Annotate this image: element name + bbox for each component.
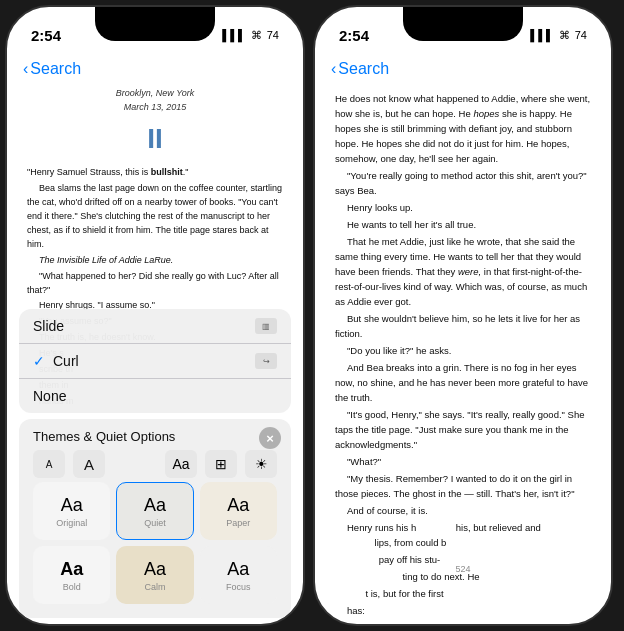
theme-focus[interactable]: Aa Focus xyxy=(200,546,277,604)
rp-10: "What?" xyxy=(335,454,591,469)
aa-controls-row: A A Aa ⊞ ☀ xyxy=(33,450,277,478)
curl-label: Curl xyxy=(53,353,255,369)
book-location: Brooklyn, New YorkMarch 13, 2015 xyxy=(27,87,283,114)
themes-panel: Themes & Quiet Options × A A Aa xyxy=(19,419,291,618)
rp-13: Henry runs his h his, but relieved and l… xyxy=(335,520,591,550)
themes-grid: Aa Original Aa Quiet Aa Paper Aa Bold xyxy=(33,482,277,604)
rp-3: Henry looks up. xyxy=(335,200,591,215)
slide-icon: ▥ xyxy=(255,318,277,334)
curl-icon: ↪ xyxy=(255,353,277,369)
nav-bar-left: ‹ Search xyxy=(7,51,303,87)
para-2: Bea slams the last page down on the coff… xyxy=(27,182,283,252)
check-icon: ✓ xyxy=(33,353,45,369)
theme-bold[interactable]: Aa Bold xyxy=(33,546,110,604)
time-left: 2:54 xyxy=(31,27,61,44)
slide-label: Slide xyxy=(33,318,64,334)
theme-paper-label: Aa xyxy=(227,495,249,516)
transition-none[interactable]: None xyxy=(19,379,291,413)
theme-quiet-name: Quiet xyxy=(144,518,166,528)
theme-calm[interactable]: Aa Calm xyxy=(116,546,193,604)
theme-original[interactable]: Aa Original xyxy=(33,482,110,540)
brightness-icon: ☀ xyxy=(255,456,268,472)
para-1: "Henry Samuel Strauss, this is bullshit.… xyxy=(27,166,283,180)
none-label: None xyxy=(33,388,66,404)
nav-bar-right: ‹ Search xyxy=(315,51,611,87)
rp-16: t is, but for the first xyxy=(335,586,591,601)
transition-curl[interactable]: ✓ Curl ↪ xyxy=(19,344,291,379)
rp-1: He does not know what happened to Addie,… xyxy=(335,91,591,166)
transition-menu: Slide ▥ ✓ Curl ↪ None xyxy=(19,309,291,413)
theme-original-label: Aa xyxy=(61,495,83,516)
rp-2: "You're really going to method actor thi… xyxy=(335,168,591,198)
theme-quiet-label: Aa xyxy=(144,495,166,516)
rp-4: He wants to tell her it's all true. xyxy=(335,217,591,232)
theme-paper-name: Paper xyxy=(226,518,250,528)
theme-focus-label: Aa xyxy=(227,559,249,580)
decrease-font-button[interactable]: A xyxy=(33,450,65,478)
theme-quiet[interactable]: Aa Quiet xyxy=(116,482,193,540)
notch-right xyxy=(403,7,523,41)
battery-left: 74 xyxy=(267,29,279,41)
font-icon-button[interactable]: Aa xyxy=(165,450,197,478)
time-right: 2:54 xyxy=(339,27,369,44)
layout-icon-button[interactable]: ⊞ xyxy=(205,450,237,478)
rp-17: has: xyxy=(335,603,591,618)
themes-header: Themes & Quiet Options xyxy=(33,429,277,444)
theme-calm-label: Aa xyxy=(144,559,166,580)
notch xyxy=(95,7,215,41)
battery-right: 74 xyxy=(575,29,587,41)
theme-focus-name: Focus xyxy=(226,582,251,592)
theme-calm-name: Calm xyxy=(144,582,165,592)
page-number-right: 524 xyxy=(315,564,611,574)
theme-paper[interactable]: Aa Paper xyxy=(200,482,277,540)
brightness-icon-button[interactable]: ☀ xyxy=(245,450,277,478)
rp-18: sim, nd he's seen so little of it xyxy=(335,620,591,626)
rp-5: That he met Addie, just like he wrote, t… xyxy=(335,234,591,309)
theme-original-name: Original xyxy=(56,518,87,528)
chapter-number: II xyxy=(27,118,283,160)
transition-slide[interactable]: Slide ▥ xyxy=(19,309,291,344)
layout-icon: ⊞ xyxy=(215,456,227,472)
para-3: The Invisible Life of Addie LaRue. xyxy=(27,254,283,268)
para-4: "What happened to her? Did she really go… xyxy=(27,270,283,298)
chevron-left-icon: ‹ xyxy=(23,60,28,78)
rp-9: "It's good, Henry," she says. "It's real… xyxy=(335,407,591,452)
right-phone: 2:54 ▌▌▌ ⌘ 74 ‹ Search He does not know … xyxy=(313,5,613,626)
signal-icon-right: ▌▌▌ xyxy=(530,29,553,41)
wifi-icon-right: ⌘ xyxy=(559,29,570,42)
theme-bold-name: Bold xyxy=(63,582,81,592)
rp-7: "Do you like it?" he asks. xyxy=(335,343,591,358)
font-icon: Aa xyxy=(172,456,189,472)
status-icons-left: ▌▌▌ ⌘ 74 xyxy=(222,29,279,42)
chevron-left-icon-right: ‹ xyxy=(331,60,336,78)
close-button[interactable]: × xyxy=(259,427,281,449)
app-container: 2:54 ▌▌▌ ⌘ 74 ‹ Search Brooklyn, New Yor… xyxy=(5,5,619,626)
back-button-left[interactable]: ‹ Search xyxy=(23,60,81,78)
signal-icon-left: ▌▌▌ xyxy=(222,29,245,41)
theme-bold-label: Aa xyxy=(60,559,83,580)
panel-overlay: Slide ▥ ✓ Curl ↪ None Themes & Quiet Opt… xyxy=(7,309,303,624)
rp-8: And Bea breaks into a grin. There is no … xyxy=(335,360,591,405)
book-content-right: He does not know what happened to Addie,… xyxy=(315,87,611,626)
rp-12: And of course, it is. xyxy=(335,503,591,518)
wifi-icon-left: ⌘ xyxy=(251,29,262,42)
increase-font-button[interactable]: A xyxy=(73,450,105,478)
rp-11: "My thesis. Remember? I wanted to do it … xyxy=(335,471,591,501)
back-button-right[interactable]: ‹ Search xyxy=(331,60,389,78)
rp-6: But she wouldn't believe him, so he lets… xyxy=(335,311,591,341)
status-icons-right: ▌▌▌ ⌘ 74 xyxy=(530,29,587,42)
left-phone: 2:54 ▌▌▌ ⌘ 74 ‹ Search Brooklyn, New Yor… xyxy=(5,5,305,626)
